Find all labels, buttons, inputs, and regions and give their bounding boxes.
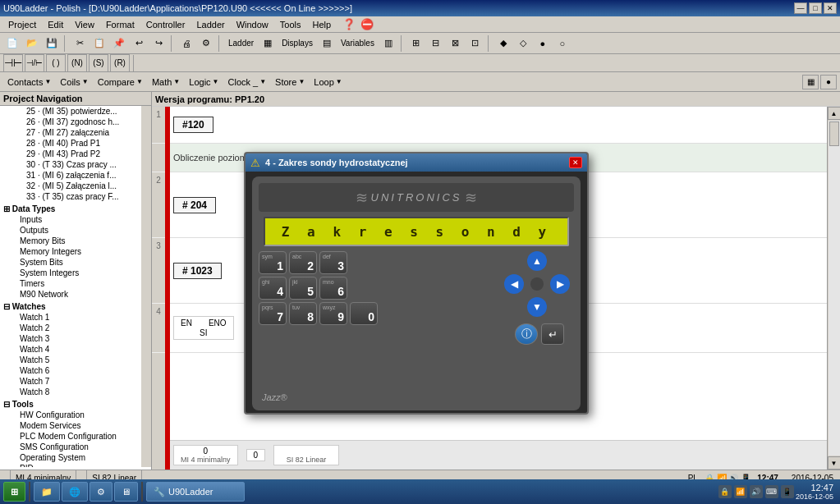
tree-item-os[interactable]: Operating System [0, 452, 141, 463]
start-button[interactable]: ⊞ [3, 482, 25, 502]
taskbar-app2[interactable]: 🖥 [114, 482, 138, 502]
new-btn[interactable]: 📄 [3, 34, 21, 53]
tree-item-m90network[interactable]: M90 Network [0, 289, 141, 300]
tree-item-27[interactable]: 27 · (MI 27) załączenia [0, 127, 141, 138]
tray-icon-5[interactable]: 📱 [781, 485, 794, 498]
nav-down-button[interactable]: ▼ [527, 297, 547, 317]
rung-1[interactable]: #120 [170, 107, 827, 144]
view-btn1[interactable]: ▦ [802, 75, 819, 89]
contact-nc-btn[interactable]: ⊣/⊢ [25, 54, 44, 72]
tree-item-29[interactable]: 29 · (MI 43) Prad P2 [0, 149, 141, 159]
tree-group-datatypes[interactable]: ⊞ Data Types [0, 204, 141, 214]
nav-right-button[interactable]: ▶ [550, 274, 570, 294]
store-dropdown[interactable]: Store [271, 74, 309, 90]
contact-no-btn[interactable]: ⊣⊢ [3, 54, 23, 72]
menu-format[interactable]: Format [101, 19, 140, 30]
tree-item-timers[interactable]: Timers [0, 278, 141, 289]
taskbar-browser[interactable]: 🌐 [62, 482, 88, 502]
clock-dropdown[interactable]: Clock _ [224, 74, 271, 90]
popup-close-button[interactable]: ✕ [569, 157, 582, 168]
tree-item-plcmodem[interactable]: PLC Modem Configuration [0, 431, 141, 442]
print-btn[interactable]: 🖨 [177, 34, 195, 53]
rung1-block[interactable]: #120 [173, 117, 213, 133]
tree-item-watch7[interactable]: Watch 7 [0, 376, 141, 387]
btn-t3[interactable]: ⊠ [447, 34, 465, 53]
rung3-block[interactable]: # 1023 [173, 263, 222, 279]
tray-icon-2[interactable]: 📶 [734, 485, 747, 498]
scroll-thumb[interactable] [829, 121, 839, 146]
tree-item-26[interactable]: 26 · (MI 37) zgodnosc h... [0, 117, 141, 127]
scroll-track[interactable] [829, 121, 840, 456]
help-icon[interactable]: ❓ [342, 18, 356, 30]
menu-controller[interactable]: Controller [141, 19, 190, 30]
popup-dialog[interactable]: ⚠ 4 - Zakres sondy hydrostatycznej ✕ ≋ [244, 152, 589, 415]
open-btn[interactable]: 📂 [23, 34, 41, 53]
compare-dropdown[interactable]: Compare [94, 74, 147, 90]
tray-icon-3[interactable]: 🔊 [750, 485, 763, 498]
tree-item-watch2[interactable]: Watch 2 [0, 323, 141, 333]
key-5[interactable]: jkl 5 [289, 277, 317, 300]
btn-t8[interactable]: ○ [553, 34, 571, 53]
nav-left-button[interactable]: ◀ [504, 274, 524, 294]
maximize-button[interactable]: □ [809, 2, 822, 14]
key-4[interactable]: ghi 4 [259, 277, 287, 300]
minimize-button[interactable]: — [794, 2, 807, 14]
key-0[interactable]: 0 [350, 302, 378, 325]
taskbar-app1[interactable]: ⚙ [90, 482, 112, 502]
menu-ladder[interactable]: Ladder [191, 19, 229, 30]
tray-icon-4[interactable]: ⌨ [765, 485, 778, 498]
key-2[interactable]: abc 2 [289, 251, 317, 274]
contact-n-btn[interactable]: (N) [67, 54, 87, 72]
cut-btn[interactable]: ✂ [71, 34, 89, 53]
undo-btn[interactable]: ↩ [130, 34, 148, 53]
tree-item-modem[interactable]: Modem Services [0, 420, 141, 431]
key-8[interactable]: tuv 8 [289, 302, 317, 325]
contacts-dropdown[interactable]: Contacts [3, 74, 55, 90]
tree-item-watch5[interactable]: Watch 5 [0, 355, 141, 365]
info-button[interactable]: ⓘ [515, 323, 538, 345]
btn-t6[interactable]: ◇ [514, 34, 532, 53]
tree-item-31[interactable]: 31 · (MI 6) załączenia f... [0, 170, 141, 181]
copy-btn[interactable]: 📋 [90, 34, 108, 53]
contact-s-btn[interactable]: (S) [89, 54, 108, 72]
tree-item-30[interactable]: 30 · (T 33) Czas pracy ... [0, 159, 141, 170]
key-1[interactable]: sym 1 [259, 251, 287, 274]
taskbar-explorer[interactable]: 📁 [34, 482, 60, 502]
tree-item-memorybits[interactable]: Memory Bits [0, 236, 141, 246]
tree-item-pid[interactable]: PID [0, 463, 141, 467]
nav-up-button[interactable]: ▲ [527, 251, 547, 271]
tray-icon-1[interactable]: 🔒 [718, 485, 732, 498]
btn-t1[interactable]: ⊞ [407, 34, 425, 53]
compile-btn[interactable]: ⚙ [197, 34, 215, 53]
tree-item-32[interactable]: 32 · (MI 5) Załączenia l... [0, 181, 141, 191]
tree-item-memoryints[interactable]: Memory Integers [0, 246, 141, 257]
paste-btn[interactable]: 📌 [110, 34, 128, 53]
tree-item-33[interactable]: 33 · (T 35) czas pracy F... [0, 191, 141, 202]
contact-p-btn[interactable]: ( ) [46, 54, 66, 72]
tree-item-systembits[interactable]: System Bits [0, 257, 141, 268]
tree-item-watch1[interactable]: Watch 1 [0, 312, 141, 323]
contact-r-btn[interactable]: (R) [110, 54, 130, 72]
btn-t2[interactable]: ⊟ [427, 34, 445, 53]
tree-item-hwconfig[interactable]: HW Configuration [0, 410, 141, 420]
redo-btn[interactable]: ↪ [149, 34, 168, 53]
ladder-content[interactable]: 1 2 3 4 #120 Obliczen [152, 107, 840, 470]
tree-item-25[interactable]: 25 · (MI 35) potwierdze... [0, 106, 141, 117]
tree-group-watches[interactable]: ⊟ Watches [0, 301, 141, 312]
menu-edit[interactable]: Edit [43, 19, 68, 30]
key-6[interactable]: mno 6 [319, 277, 347, 300]
logic-dropdown[interactable]: Logic [185, 74, 223, 90]
enter-button[interactable]: ↵ [541, 323, 564, 345]
menu-view[interactable]: View [70, 19, 99, 30]
tree-item-outputs[interactable]: Outputs [0, 225, 141, 236]
scroll-down-button[interactable]: ▼ [828, 456, 841, 470]
sidebar-scrollbar[interactable] [141, 106, 151, 467]
tree-item-inputs[interactable]: Inputs [0, 214, 141, 225]
ladder-btn[interactable]: ▦ [259, 34, 277, 53]
menu-help[interactable]: Help [307, 19, 336, 30]
view-btn2[interactable]: ● [820, 75, 837, 89]
tree-item-watch4[interactable]: Watch 4 [0, 344, 141, 355]
tree-item-watch3[interactable]: Watch 3 [0, 333, 141, 344]
scroll-up-button[interactable]: ▲ [828, 107, 841, 120]
menu-project[interactable]: Project [3, 19, 41, 30]
